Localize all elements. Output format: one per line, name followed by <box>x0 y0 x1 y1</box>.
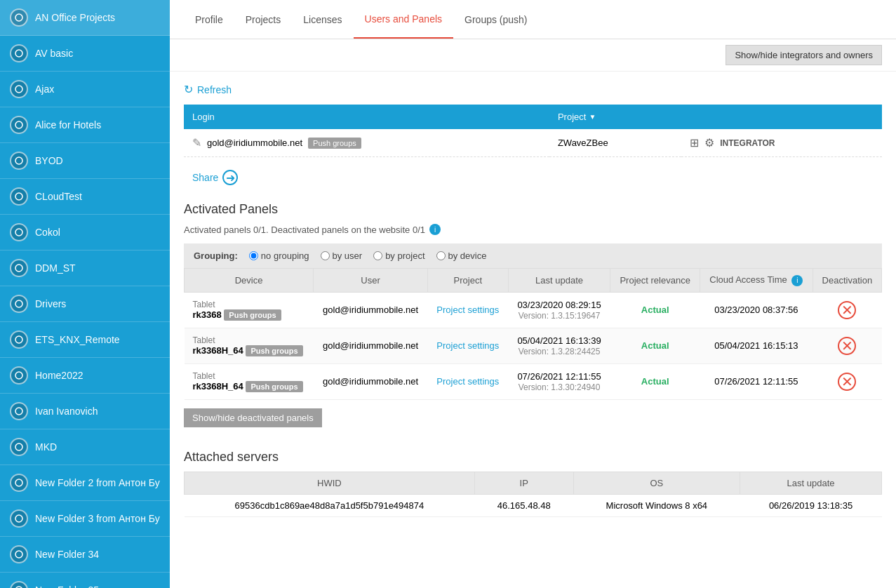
sidebar-item-1[interactable]: AV basic <box>0 36 170 72</box>
relevance-cell-0: Actual <box>610 292 700 328</box>
deactivate-button-0[interactable]: ✕ <box>838 301 856 319</box>
device-cell-2: Tablet rk3368H_64 Push groups <box>185 363 314 399</box>
panels-col-header-4: Project relevance <box>610 269 700 293</box>
sidebar-item-15[interactable]: New Folder 34 <box>0 537 170 573</box>
sidebar-item-14[interactable]: New Folder 3 from Антон Бу <box>0 501 170 537</box>
gear-icon[interactable]: ⚙ <box>704 136 714 149</box>
grouping-by-user[interactable]: by user <box>321 250 363 261</box>
servers-col-header-1: IP <box>474 472 573 494</box>
show-deactivated-button[interactable]: Show/hide deactivated panels <box>184 408 322 427</box>
sidebar-item-3[interactable]: Alice for Hotels <box>0 107 170 143</box>
user-avatar-icon: ✎ <box>192 136 201 149</box>
relevance-cell-1: Actual <box>610 328 700 363</box>
qr-icon[interactable]: ⊞ <box>690 136 699 149</box>
login-header: Login <box>184 105 549 129</box>
push-groups-badge[interactable]: Push groups <box>308 138 361 149</box>
panels-col-header-3: Last update <box>508 269 610 293</box>
last-update-cell-2: 07/26/2021 12:11:55Version: 1.3.30:24940 <box>508 363 610 399</box>
sidebar-item-5[interactable]: CLoudTest <box>0 179 170 215</box>
sidebar-item-7[interactable]: DDM_ST <box>0 250 170 286</box>
nav-tab-1[interactable]: Projects <box>234 1 293 38</box>
panels-table: DeviceUserProjectLast updateProject rele… <box>184 268 882 400</box>
svg-point-5 <box>15 193 22 200</box>
sidebar-item-13[interactable]: New Folder 2 from Антон Бу <box>0 465 170 501</box>
project-settings-link-1[interactable]: Project settings <box>436 340 499 351</box>
sidebar-icon-8 <box>10 295 28 313</box>
svg-point-2 <box>15 86 22 93</box>
deactivate-button-2[interactable]: ✕ <box>838 373 856 391</box>
sidebar-item-16[interactable]: New Folder 35 <box>0 573 170 588</box>
grouping-by-device[interactable]: by device <box>436 250 487 261</box>
show-integrators-button[interactable]: Show/hide integrators and owners <box>726 45 882 65</box>
sidebar-item-4[interactable]: BYOD <box>0 143 170 179</box>
sidebar-item-0[interactable]: AN Office Projects <box>0 0 170 36</box>
grouping-no-grouping[interactable]: no grouping <box>249 250 309 261</box>
sidebar-item-8[interactable]: Drivers <box>0 286 170 322</box>
sidebar-icon-6 <box>10 223 28 241</box>
last-update-cell-1: 05/04/2021 16:13:39Version: 1.3.28:24425 <box>508 328 610 363</box>
sidebar-item-9[interactable]: ETS_KNX_Remote <box>0 322 170 358</box>
svg-point-6 <box>15 229 22 236</box>
sidebar-item-label-7: DDM_ST <box>35 262 76 274</box>
sidebar-item-10[interactable]: Home2022 <box>0 358 170 394</box>
user-project: ZWaveZBee <box>549 129 681 157</box>
user-table-row: ✎ gold@iridiummobile.net Push groups ZWa… <box>184 129 882 157</box>
sidebar-item-label-12: MKD <box>35 441 57 453</box>
push-groups-badge-0[interactable]: Push groups <box>224 309 281 321</box>
sidebar-icon-3 <box>10 116 28 134</box>
cloud-info-icon[interactable]: i <box>791 275 803 286</box>
sidebar-item-label-15: New Folder 34 <box>35 549 99 560</box>
panels-col-header-0: Device <box>185 269 314 293</box>
sort-arrow-icon: ▼ <box>589 113 596 121</box>
nav-tab-0[interactable]: Profile <box>184 1 234 38</box>
sidebar-item-label-8: Drivers <box>35 298 66 309</box>
ip-cell-0: 46.165.48.48 <box>474 494 573 516</box>
sidebar-item-label-10: Home2022 <box>35 370 83 381</box>
sidebar-icon-13 <box>10 474 28 492</box>
sidebar-item-6[interactable]: Cokol <box>0 215 170 250</box>
nav-tab-3[interactable]: Users and Panels <box>354 1 454 39</box>
share-row[interactable]: Share ➜ <box>184 164 882 191</box>
sidebar-icon-4 <box>10 152 28 170</box>
sidebar-item-12[interactable]: MKD <box>0 429 170 465</box>
sidebar-item-label-4: BYOD <box>35 155 63 166</box>
user-cell-1: gold@iridiummobile.net <box>314 328 428 363</box>
refresh-button[interactable]: ↻ Refresh <box>184 83 232 96</box>
sidebar-icon-10 <box>10 366 28 385</box>
svg-point-3 <box>15 121 22 128</box>
grouping-label: Grouping: <box>194 250 238 261</box>
nav-tab-2[interactable]: Licenses <box>292 1 353 38</box>
push-groups-badge-1[interactable]: Push groups <box>246 345 302 356</box>
sidebar-item-11[interactable]: Ivan Ivanovich <box>0 394 170 429</box>
deactivate-button-1[interactable]: ✕ <box>838 337 856 355</box>
svg-point-4 <box>15 157 22 164</box>
sidebar-icon-15 <box>10 545 28 563</box>
push-groups-badge-2[interactable]: Push groups <box>246 381 302 392</box>
sidebar-icon-5 <box>10 187 28 206</box>
user-cell-0: gold@iridiummobile.net <box>314 292 428 328</box>
project-settings-link-0[interactable]: Project settings <box>436 305 499 315</box>
sidebar-item-label-5: CLoudTest <box>35 191 82 202</box>
sidebar-item-label-14: New Folder 3 from Антон Бу <box>35 513 160 524</box>
user-cell-2: gold@iridiummobile.net <box>314 363 428 399</box>
svg-point-13 <box>15 479 22 486</box>
project-header[interactable]: Project ▼ <box>549 105 681 129</box>
servers-col-header-3: Last update <box>740 472 882 494</box>
info-icon[interactable]: i <box>429 224 441 235</box>
nav-tab-4[interactable]: Groups (push) <box>453 1 538 38</box>
grouping-by-project[interactable]: by project <box>373 250 424 261</box>
project-cell-0: Project settings <box>427 292 508 328</box>
sidebar-item-label-11: Ivan Ivanovich <box>35 406 98 417</box>
device-cell-0: Tablet rk3368 Push groups <box>185 292 314 328</box>
sidebar-icon-2 <box>10 80 28 98</box>
svg-point-11 <box>15 408 22 415</box>
deactivate-cell-2: ✕ <box>813 363 881 399</box>
activated-info: Activated panels 0/1. Deactivated panels… <box>184 224 882 235</box>
sidebar-icon-9 <box>10 330 28 349</box>
sidebar-item-label-9: ETS_KNX_Remote <box>35 334 120 345</box>
sidebar-item-2[interactable]: Ajax <box>0 72 170 107</box>
servers-col-header-2: OS <box>573 472 740 494</box>
project-settings-link-2[interactable]: Project settings <box>436 376 499 387</box>
refresh-icon: ↻ <box>184 83 193 96</box>
sidebar: AN Office Projects AV basic Ajax Alice f… <box>0 0 170 588</box>
